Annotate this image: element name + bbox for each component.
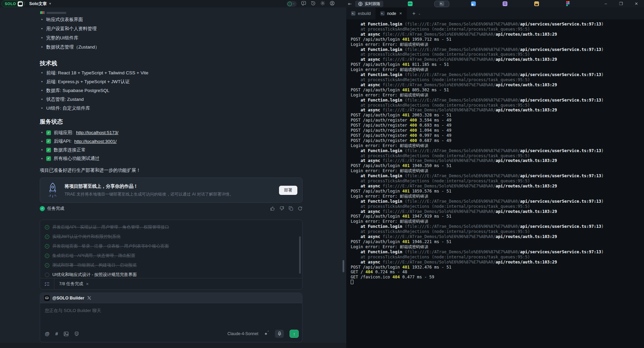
task-row[interactable]: 开发前端页面 - 登录、注册、仪表板、用户列表等8个核心页面 [45, 241, 297, 251]
tab-docs[interactable] [489, 0, 521, 7]
service-status-heading: 服务状态 [40, 118, 63, 126]
request-line: POST /api/auth/register 400 3.594 ms - 4… [351, 118, 644, 123]
stack-line: at processTicksAndRejections (node:inter… [351, 103, 644, 108]
collapse-panel-icon[interactable]: ⇤ [348, 1, 352, 6]
project-tab[interactable]: Solo文章 ▼ [29, 0, 52, 7]
task-row[interactable]: 实现JWT认证中间件和权限控制系统 [45, 232, 297, 241]
task-list-scrollbar[interactable] [299, 236, 301, 274]
app-window: SOLO Solo文章 ▼ ↓ › [0, 0, 644, 348]
tab-terminal-active[interactable]: >_ [426, 0, 457, 7]
request-line: POST /api/auth/login 401 1946.221 ms - 5… [351, 239, 644, 244]
tab-live-follow[interactable]: 实时跟随 [355, 1, 383, 7]
right-topbar: ⇤ 实时跟随 [346, 0, 383, 7]
service-label: 前端应用: [54, 130, 73, 136]
task-footer-icon-cell[interactable] [40, 278, 54, 289]
tab-assets[interactable] [521, 0, 552, 7]
request-line: GET /favicon.ico 404 0.477 ms - 59 [351, 275, 644, 280]
solo-logo-text: SOLO [5, 2, 16, 6]
tech-item: UI组件: 自定义组件库 [40, 104, 149, 113]
service-item: ✓所有核心功能测试通过 [40, 154, 118, 163]
close-tab-icon[interactable]: ✕ [399, 12, 402, 15]
task-check-icon [45, 244, 49, 249]
chevron-down-icon[interactable]: ⌄ [418, 12, 421, 15]
docs-icon [503, 1, 507, 6]
download-status-icon: ↓ [288, 2, 292, 6]
history-icon[interactable] [311, 1, 316, 7]
feature-item: 响应式仪表板界面 [40, 15, 100, 24]
terminal-tab-label: esbuild [358, 11, 371, 16]
task-check-icon [45, 254, 49, 258]
mcp-icon[interactable] [74, 331, 79, 336]
service-link[interactable]: http://localhost:3001/ [74, 139, 117, 144]
feature-item: 数据状态管理（Zustand） [40, 42, 100, 52]
image-icon[interactable] [64, 331, 69, 336]
request-line: POST /api/auth/login 401 805.302 ms - 51 [351, 88, 644, 93]
thumbs-up-icon[interactable] [270, 206, 275, 211]
send-button[interactable]: ↑ [290, 330, 299, 338]
feedback-icons [270, 206, 302, 211]
chat-placeholder: 您正在与 SOLO Builder 聊天 [45, 308, 101, 313]
new-terminal-controls: +⌄ [407, 7, 421, 19]
deploy-button[interactable]: 部署 [279, 186, 297, 195]
task-row[interactable]: 集成前后端 - API调用、状态管理、路由配置 [45, 251, 297, 260]
check-circle-icon: ✓ [40, 206, 45, 211]
left-panel-scrollbar[interactable] [343, 260, 344, 272]
stack-line: at Function.login (file:///E:/ATrae_Demo… [351, 72, 644, 77]
solo-builder-icon [44, 295, 50, 301]
compass-icon [358, 2, 363, 6]
service-link[interactable]: http://localhost:5173/ [76, 130, 119, 135]
plus-icon[interactable]: + [412, 11, 415, 17]
task-done-row: ✓ 任务完成 [40, 205, 302, 212]
feature-item: 用户设置和个人资料管理 [40, 24, 100, 33]
terminal-tab-node[interactable]: >_node✕ [376, 7, 407, 19]
account-icon[interactable] [330, 1, 335, 7]
deploy-text: 将项目部署至线上，分享你的作品！ TRAE 支持将本地项目一键部署至线上生成可访… [65, 183, 279, 197]
context-hash-icon[interactable]: # [55, 331, 58, 336]
mic-button[interactable] [275, 330, 284, 338]
minimize-button[interactable]: – [598, 1, 613, 6]
mention-icon[interactable]: @ [45, 331, 50, 336]
request-line: POST /api/auth/register 400 0.693 ms - 4… [351, 123, 644, 128]
request-line: POST /api/auth/register 400 1.094 ms - 4… [351, 128, 644, 133]
task-footer: 7/8 任务完成 ✕ [40, 278, 302, 289]
new-chat-icon[interactable] [301, 1, 306, 7]
tab-figma[interactable] [552, 0, 584, 7]
terminal-tab-bar: >_esbuild>_node✕+⌄ [346, 7, 644, 19]
copy-icon[interactable] [289, 206, 293, 211]
task-label: 开发前端页面 - 登录、注册、仪表板、用户列表等8个核心页面 [52, 243, 169, 249]
stack-line: at processTicksAndRejections (node:inter… [351, 77, 644, 83]
solo-logo[interactable]: SOLO [1, 0, 24, 7]
tech-stack-heading: 技术栈 [40, 59, 57, 67]
service-label: 所有核心功能测试通过 [54, 155, 100, 162]
error-line: Login error: Error: 邮箱或密码错误 [351, 194, 644, 199]
terminal-output[interactable]: at Function.login (file:///E:/ATrae_Demo… [346, 19, 644, 285]
gear-icon[interactable] [320, 1, 325, 7]
terminal-tab-esbuild[interactable]: >_esbuild [346, 7, 376, 19]
tab-preview[interactable] [457, 0, 489, 7]
tab-code[interactable]: <> [394, 0, 426, 7]
sparkle-icon[interactable]: ✦+ [264, 331, 269, 336]
service-status-list: ✓前端应用: http://localhost:5173/✓后端API: htt… [40, 128, 118, 163]
service-item: ✓数据库连接正常 [40, 146, 118, 154]
task-row[interactable]: 测试和部署 - 功能测试、构建项目、启动预览 [45, 260, 297, 270]
maximize-button[interactable]: ❐ [613, 1, 629, 6]
stack-line: at processTicksAndRejections (node:inter… [351, 52, 644, 57]
stack-line: at async file:///E:/ATrae_Demos/Solo%E6%… [351, 260, 644, 265]
close-button[interactable]: ✕ [629, 1, 644, 6]
task-row[interactable]: 开发后端API - 实现认证、用户管理、角色管理、权限管理接口 [45, 222, 297, 232]
topbar-divider [24, 1, 25, 6]
thumbs-down-icon[interactable] [279, 206, 284, 211]
clipped-text [47, 12, 66, 14]
chat-input[interactable]: 您正在与 SOLO Builder 聊天 [40, 303, 302, 328]
stack-line: at async file:///E:/ATrae_Demos/Solo%E6%… [351, 158, 644, 163]
task-label: UI优化和响应式设计 - 按照设计规范完善界面 [52, 272, 137, 278]
refresh-icon[interactable] [298, 206, 302, 211]
stack-line: at processTicksAndRejections (node:inter… [351, 27, 644, 32]
run-status-pill[interactable]: ↓ › [286, 1, 297, 7]
task-footer-close-icon[interactable]: ✕ [86, 282, 89, 286]
tools-icon[interactable] [87, 296, 91, 300]
request-line: POST /api/auth/login 401 811.185 ms - 51 [351, 62, 644, 67]
stack-line: at Function.login (file:///E:/ATrae_Demo… [351, 22, 644, 27]
model-selector[interactable]: Claude-4-Sonnet [227, 331, 258, 336]
error-line: Login error: Error: 邮箱或密码错误 [351, 42, 644, 47]
